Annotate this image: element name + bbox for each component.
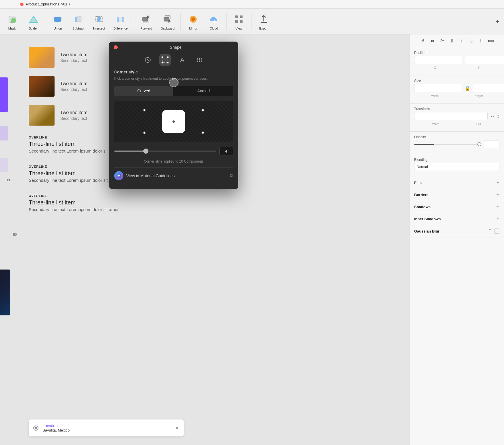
curved-button[interactable]: Curved — [114, 86, 173, 96]
mask-icon — [6, 13, 18, 26]
fills-add-icon[interactable]: + — [496, 180, 499, 186]
rotate-input[interactable] — [414, 112, 488, 120]
shape-dialog: Shape A Corner style Pick a corner style… — [109, 42, 238, 189]
inner-shadows-add-icon[interactable]: + — [496, 216, 499, 222]
left-nav-item-1[interactable] — [0, 77, 8, 112]
difference-icon — [114, 13, 127, 26]
shadows-section-header[interactable]: Shadows + — [410, 201, 504, 213]
svg-point-32 — [199, 58, 200, 59]
inner-shadows-section-header[interactable]: Inner Shadows + — [410, 213, 504, 225]
number-badge: 88 — [13, 232, 18, 237]
flip-h-button[interactable]: ↔ — [490, 113, 495, 119]
tab-style[interactable] — [142, 54, 154, 66]
toolbar-item-mask[interactable]: Mask — [2, 11, 22, 32]
position-label: Position — [414, 51, 499, 55]
distribute-h-button[interactable]: ⫼ — [477, 37, 485, 45]
blur-checkbox[interactable] — [494, 229, 499, 234]
thumbnail-1 — [29, 47, 55, 68]
left-nav-item-3[interactable] — [0, 158, 8, 172]
svg-point-36 — [201, 59, 202, 60]
corner-style-desc: Pick a corner style treatment to apply t… — [114, 76, 233, 81]
align-bottom-button[interactable]: ⇓ — [468, 37, 476, 45]
toolbar-item-subtract[interactable]: Subtract — [69, 11, 88, 32]
list-primary-3: Two-line item — [60, 110, 87, 115]
tab-text[interactable]: A — [177, 54, 188, 66]
inner-shadows-label: Inner Shadows — [414, 217, 441, 221]
blur-expand-icon[interactable]: ⌃ — [488, 228, 492, 234]
toolbar-item-mirror[interactable]: Mirror — [183, 11, 203, 32]
toolbar-item-backward[interactable]: Backward — [157, 11, 178, 32]
opacity-slider[interactable] — [414, 144, 481, 145]
material-link-text: View in Material Guidelines — [126, 173, 227, 178]
transform-label: Transform — [414, 107, 499, 111]
main-toolbar: Mask Scale Union Subtract — [0, 9, 504, 34]
toolbar-item-scale[interactable]: Scale — [23, 11, 42, 32]
blending-select[interactable]: Normal Multiply Screen Overlay — [414, 163, 499, 171]
toolbar-item-forward[interactable]: Forward — [137, 11, 156, 32]
align-right-button[interactable]: ⫸ — [438, 37, 446, 45]
align-top-button[interactable]: ⇑ — [448, 37, 456, 45]
toolbar-item-view[interactable]: View — [229, 11, 249, 32]
transform-sub-row: Rotate Flip — [414, 122, 499, 126]
add-tab-button[interactable]: + — [493, 15, 502, 28]
list-item-text-1: Two-line item Secondary text — [60, 52, 87, 63]
position-x-input[interactable] — [414, 56, 462, 64]
corner-radius-slider[interactable] — [114, 151, 216, 152]
filename-label: ProductExplorations_v01 — [26, 2, 67, 6]
handle-tl[interactable] — [143, 109, 146, 112]
align-center-h-button[interactable]: ⇔ — [429, 37, 437, 45]
close-dot[interactable] — [20, 3, 24, 6]
handle-tr[interactable] — [201, 109, 204, 112]
lock-icon[interactable]: 🔒 — [465, 85, 470, 91]
position-y-input[interactable] — [465, 56, 504, 64]
tab-grid[interactable] — [194, 54, 205, 66]
union-icon — [51, 13, 64, 26]
scale-label: Scale — [29, 27, 37, 30]
toolbar-item-union[interactable]: Union — [48, 11, 67, 32]
fills-section-header[interactable]: Fills + — [410, 177, 504, 189]
width-input[interactable] — [414, 84, 462, 92]
borders-section-header[interactable]: Borders + — [410, 189, 504, 201]
forward-icon — [140, 13, 153, 26]
size-section: Size 🔒 Width Height — [410, 75, 504, 104]
toolbar-item-intersect[interactable]: Intersect — [89, 11, 109, 32]
distribute-v-button[interactable]: ⟺ — [487, 37, 495, 45]
angled-button[interactable]: Angled — [174, 86, 233, 96]
dialog-titlebar: Shape — [109, 42, 238, 52]
location-radio[interactable] — [33, 426, 38, 431]
align-row: ⫷ ⇔ ⫸ ⇑ ↕ ⇓ ⫼ ⟺ — [410, 34, 504, 47]
align-left-button[interactable]: ⫷ — [419, 37, 427, 45]
borders-add-icon[interactable]: + — [496, 192, 499, 198]
rotate-label: Rotate — [414, 122, 456, 126]
svg-point-37 — [197, 61, 198, 62]
toolbar-item-difference[interactable]: Difference — [110, 11, 131, 32]
shadows-add-icon[interactable]: + — [496, 204, 499, 210]
svg-rect-21 — [240, 15, 243, 18]
align-center-v-button[interactable]: ↕ — [458, 37, 466, 45]
gaussian-blur-controls: ⌃ — [488, 228, 499, 234]
dropdown-chevron[interactable]: ▾ — [69, 2, 70, 6]
left-nav-item-2[interactable] — [0, 126, 8, 140]
handle-bl[interactable] — [143, 131, 146, 134]
flip-v-button[interactable]: ↕ — [497, 113, 499, 119]
toolbar-divider-4 — [226, 13, 226, 30]
gaussian-blur-section-header[interactable]: Gaussian Blur ⌃ — [410, 225, 504, 237]
toolbar-item-export[interactable]: Export — [254, 11, 274, 32]
material-guidelines-link[interactable]: M View in Material Guidelines ⧉ — [114, 167, 233, 184]
location-detail: Sayulita, Mexico — [42, 428, 70, 432]
svg-marker-3 — [30, 16, 38, 22]
svg-point-27 — [162, 56, 163, 58]
tab-corner[interactable] — [159, 54, 171, 66]
location-close-button[interactable]: ✕ — [175, 425, 179, 431]
svg-rect-10 — [98, 17, 100, 22]
cloud-icon — [208, 13, 220, 26]
toolbar-item-cloud[interactable]: Cloud — [204, 11, 224, 32]
dialog-close-button[interactable] — [114, 45, 118, 49]
location-text: Location Sayulita, Mexico — [42, 423, 70, 432]
handle-br[interactable] — [201, 131, 204, 134]
blending-section: Blending Normal Multiply Screen Overlay — [410, 154, 504, 177]
opacity-value-input[interactable] — [484, 140, 499, 148]
height-input[interactable] — [473, 84, 504, 92]
center-dot — [172, 120, 175, 123]
overline-section-3: OVERLINE Three-line list item Secondary … — [29, 188, 195, 215]
